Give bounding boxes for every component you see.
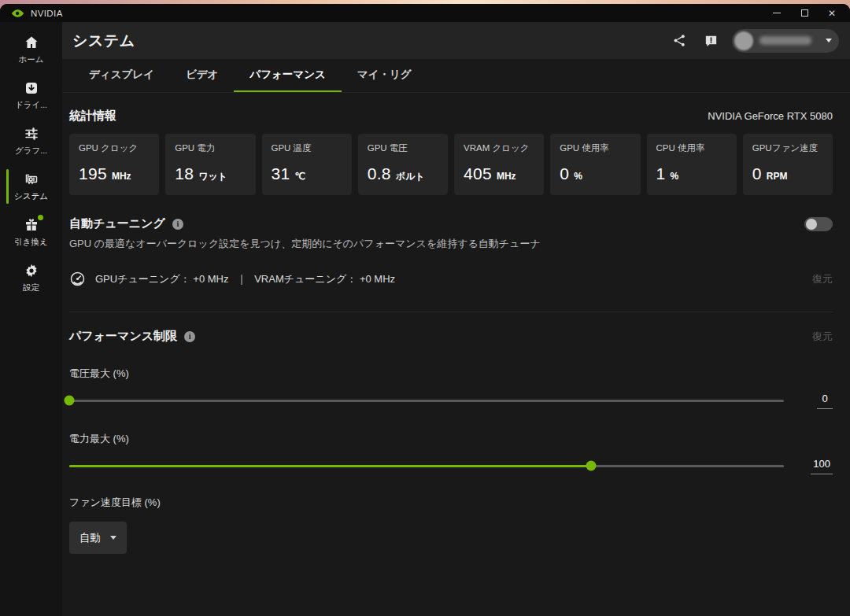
tab-bar: ディスプレイ ビデオ パフォーマンス マイ・リグ <box>62 59 850 93</box>
close-button[interactable]: ✕ <box>822 6 842 20</box>
download-icon <box>24 80 39 96</box>
auto-tuning-toggle[interactable] <box>804 217 833 231</box>
sidebar-item-system[interactable]: システム <box>0 168 62 205</box>
tab-display[interactable]: ディスプレイ <box>73 59 170 92</box>
minimize-icon <box>773 13 781 13</box>
maximize-button[interactable] <box>794 6 815 20</box>
stats-section-title: 統計情報 <box>69 109 116 124</box>
window-controls: ✕ <box>767 6 842 20</box>
stat-value: 1 <box>656 164 666 183</box>
power-max-label: 電力最大 (%) <box>69 432 833 446</box>
stat-unit: % <box>574 171 582 182</box>
sidebar-item-label: ホーム <box>19 54 44 65</box>
stat-cards: GPU クロック 195MHz GPU 電力 18ワット GPU 温度 31℃ … <box>69 134 833 195</box>
stat-value: 195 <box>79 164 107 183</box>
account-menu[interactable] <box>732 29 839 53</box>
voltage-max-slider-row: 0 <box>69 392 833 409</box>
gpu-icon <box>24 172 39 187</box>
gpu-tuning-value: GPUチューニング： +0 MHz <box>95 272 228 286</box>
tuning-values: GPUチューニング： +0 MHz ｜ VRAMチューニング： +0 MHz <box>95 272 395 286</box>
stat-card-gpu-fan: GPUファン速度 0RPM <box>743 134 833 195</box>
notification-dot <box>38 215 43 220</box>
stat-label: GPU クロック <box>79 142 150 154</box>
stat-unit: RPM <box>767 171 788 182</box>
stat-value: 0.8 <box>368 164 391 183</box>
stat-label: CPU 使用率 <box>656 142 727 154</box>
stat-card-vram-clock: VRAM クロック 405MHz <box>454 134 544 195</box>
tuning-status-row: GPUチューニング： +0 MHz ｜ VRAMチューニング： +0 MHz 復… <box>69 271 833 287</box>
performance-limits-title-text: パフォーマンス制限 <box>69 329 177 344</box>
power-max-slider[interactable] <box>69 465 784 467</box>
avatar <box>734 31 753 50</box>
app-title: NVIDIA <box>31 9 63 18</box>
home-icon <box>24 35 39 50</box>
gpu-name: NVIDIA GeForce RTX 5080 <box>708 110 833 122</box>
section-divider <box>69 312 833 312</box>
voltage-max-value[interactable]: 0 <box>817 393 833 409</box>
feedback-button[interactable] <box>700 31 721 51</box>
stat-value: 18 <box>175 164 194 183</box>
tab-performance[interactable]: パフォーマンス <box>234 59 341 92</box>
performance-limits-restore-button[interactable]: 復元 <box>812 330 833 344</box>
power-max-value[interactable]: 100 <box>811 458 833 474</box>
vram-tuning-value: VRAMチューニング： +0 MHz <box>254 272 395 286</box>
sidebar-item-settings[interactable]: 設定 <box>0 260 62 296</box>
maximize-icon <box>801 9 808 17</box>
titlebar: NVIDIA ✕ <box>0 4 850 22</box>
slider-knob[interactable] <box>65 396 75 406</box>
tab-video[interactable]: ビデオ <box>170 59 234 92</box>
sidebar: ホーム ドライ... グラフ... <box>0 22 62 616</box>
power-max-value-field[interactable]: 100 <box>795 458 833 474</box>
voltage-max-slider[interactable] <box>69 400 784 402</box>
performance-limits-header: パフォーマンス制限 i 復元 <box>69 329 833 344</box>
auto-tuning-restore-button[interactable]: 復元 <box>812 272 833 286</box>
share-button[interactable] <box>669 31 689 51</box>
close-icon: ✕ <box>828 9 836 18</box>
gift-icon <box>24 217 39 233</box>
stat-value: 405 <box>464 164 492 183</box>
fan-speed-dropdown[interactable]: 自動 <box>69 522 127 554</box>
sidebar-item-label: 設定 <box>23 282 39 293</box>
gauge-icon <box>69 271 86 287</box>
stat-unit: % <box>670 171 678 182</box>
sidebar-item-graphics[interactable]: グラフ... <box>0 123 62 159</box>
auto-tuning-description: GPU の最適なオーバークロック設定を見つけ、定期的にそのパフォーマンスを維持す… <box>69 237 833 251</box>
stat-label: GPU 温度 <box>272 142 342 154</box>
minimize-button[interactable] <box>767 6 787 20</box>
voltage-max-value-field[interactable]: 0 <box>795 393 833 409</box>
stat-card-gpu-usage: GPU 使用率 0% <box>550 134 640 195</box>
sidebar-item-label: ドライ... <box>15 100 47 111</box>
stat-label: GPU 電力 <box>175 142 246 154</box>
performance-panel: 統計情報 NVIDIA GeForce RTX 5080 GPU クロック 19… <box>62 93 850 616</box>
stat-value: 0 <box>752 164 762 183</box>
nvidia-logo-icon <box>11 9 24 18</box>
stat-label: GPU 使用率 <box>560 142 630 154</box>
tuning-separator: ｜ <box>236 272 246 286</box>
chevron-down-icon <box>826 39 832 42</box>
info-icon[interactable]: i <box>184 331 195 342</box>
sidebar-item-redeem[interactable]: 引き換え <box>0 214 62 250</box>
slider-fill <box>69 465 591 467</box>
auto-tuning-title-text: 自動チューニング <box>69 216 165 231</box>
stat-label: GPU 電圧 <box>368 142 438 154</box>
account-name-redacted <box>759 36 811 45</box>
sidebar-item-label: システム <box>14 191 48 202</box>
tab-my-rig[interactable]: マイ・リグ <box>342 59 427 92</box>
sidebar-item-home[interactable]: ホーム <box>0 31 62 68</box>
info-icon[interactable]: i <box>172 219 183 230</box>
stat-card-gpu-power: GPU 電力 18ワット <box>165 134 255 195</box>
toggle-knob <box>806 219 817 230</box>
sidebar-item-drivers[interactable]: ドライ... <box>0 77 62 113</box>
feedback-icon <box>704 33 719 48</box>
active-indicator <box>6 169 9 204</box>
stat-card-gpu-clock: GPU クロック 195MHz <box>69 134 159 195</box>
slider-knob[interactable] <box>586 461 596 471</box>
stat-unit: MHz <box>497 171 516 182</box>
voltage-max-label: 電圧最大 (%) <box>69 367 833 381</box>
sidebar-item-label: 引き換え <box>14 237 48 248</box>
sliders-icon <box>24 126 39 142</box>
stats-header: 統計情報 NVIDIA GeForce RTX 5080 <box>69 109 833 124</box>
page-header: システム <box>62 22 850 59</box>
page-title: システム <box>72 31 135 51</box>
sidebar-item-label: グラフ... <box>15 146 47 157</box>
